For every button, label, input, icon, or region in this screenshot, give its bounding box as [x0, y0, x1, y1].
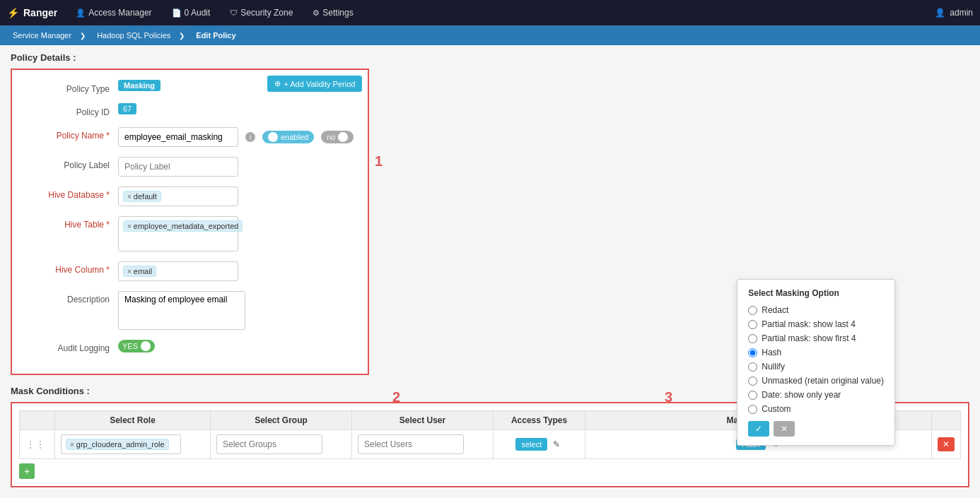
hive-table-label: Hive Table *: [26, 216, 118, 230]
radio-partial-last4-input[interactable]: [748, 320, 757, 329]
select-user-header: Select User: [352, 411, 494, 430]
radio-hash: Hash: [748, 348, 884, 357]
access-manager-icon: 👤: [76, 8, 86, 18]
column-tag-remove[interactable]: ×: [127, 268, 132, 275]
enabled-toggle[interactable]: enabled: [262, 131, 314, 143]
masking-dropdown: Select Masking Option Redact Partial mas…: [737, 279, 895, 446]
settings-icon: ⚙: [313, 8, 320, 18]
nav-settings[interactable]: ⚙ Settings: [304, 0, 361, 25]
ranger-logo-icon: ⚡: [7, 7, 19, 18]
radio-partial-last4: Partial mask: show last 4: [748, 319, 884, 329]
access-type-cell: select ✎: [494, 430, 585, 459]
section-2-label: 2: [392, 389, 400, 405]
audit-toggle-dot: [141, 341, 151, 351]
admin-area: 👤 admin: [935, 8, 973, 18]
audit-yes-toggle[interactable]: YES: [118, 340, 155, 352]
policy-id-badge: 67: [118, 103, 136, 114]
user-cell: [352, 430, 494, 459]
add-validity-button[interactable]: ⊕ + Add Validity Period: [267, 76, 362, 92]
db-tag: × default: [123, 191, 161, 202]
breadcrumb: Service Manager Hadoop SQL Policies Edit…: [0, 25, 980, 45]
policy-name-controls: i enabled no: [118, 127, 354, 147]
toggle-dot: [268, 132, 278, 142]
radio-partial-first4: Partial mask: show first 4: [748, 333, 884, 343]
policy-label-input[interactable]: [118, 157, 238, 177]
role-cell: × grp_cloudera_admin_role: [55, 430, 211, 459]
masking-badge: Masking: [118, 80, 161, 91]
info-icon[interactable]: i: [245, 132, 255, 142]
delete-row-button[interactable]: ✕: [938, 437, 955, 451]
access-select-button[interactable]: select: [515, 438, 547, 451]
add-row-button[interactable]: +: [19, 463, 35, 479]
delete-cell: ✕: [932, 430, 961, 459]
table-tag-remove[interactable]: ×: [127, 223, 132, 230]
radio-date-year: Date: show only year: [748, 390, 884, 400]
nav-audit[interactable]: 📄 0 Audit: [163, 0, 219, 25]
description-row: Description Masking of employee email: [26, 291, 354, 330]
role-input[interactable]: × grp_cloudera_admin_role: [61, 434, 181, 454]
policy-name-input[interactable]: [118, 127, 238, 147]
no-toggle[interactable]: no: [321, 131, 354, 143]
audit-logging-label: Audit Logging: [26, 340, 118, 353]
hive-database-input[interactable]: × default: [118, 186, 238, 206]
radio-partial-first4-input[interactable]: [748, 334, 757, 343]
select-role-header: Select Role: [55, 411, 211, 430]
radio-redact-input[interactable]: [748, 306, 757, 315]
db-tag-remove[interactable]: ×: [127, 193, 132, 201]
access-edit-button[interactable]: ✎: [550, 438, 563, 451]
plus-icon: ⊕: [274, 79, 281, 88]
audit-logging-row: Audit Logging YES: [26, 340, 354, 353]
admin-user-icon: 👤: [935, 8, 945, 18]
group-input[interactable]: [216, 434, 322, 454]
access-types-header: Access Types: [494, 411, 585, 430]
policy-label-label: Policy Label: [26, 157, 118, 170]
hive-table-row: Hive Table * × employee_metadata_exporte…: [26, 216, 354, 251]
policy-type-label: Policy Type: [26, 81, 118, 94]
radio-hash-input[interactable]: [748, 348, 757, 357]
top-navigation: ⚡ Ranger 👤 Access Manager 📄 0 Audit 🛡 Se…: [0, 0, 980, 25]
hive-column-input[interactable]: × email: [118, 261, 238, 281]
hive-db-label: Hive Database *: [26, 186, 118, 200]
policy-label-row: Policy Label: [26, 157, 354, 177]
breadcrumb-edit-policy[interactable]: Edit Policy: [190, 31, 241, 40]
audit-icon: 📄: [172, 8, 182, 18]
select-group-header: Select Group: [211, 411, 352, 430]
nav-security-zone[interactable]: 🛡 Security Zone: [221, 0, 301, 25]
audit-toggle: YES: [118, 340, 155, 352]
page-title: Policy Details :: [11, 52, 969, 63]
radio-nullify: Nullify: [748, 362, 884, 372]
table-tag: × employee_metadata_exported: [123, 220, 243, 232]
drag-handle-icon[interactable]: ⋮⋮: [25, 439, 49, 450]
role-tag-remove[interactable]: ×: [70, 441, 74, 449]
column-tag: × email: [123, 266, 156, 277]
masking-cancel-button[interactable]: ✕: [774, 421, 795, 437]
masking-dropdown-title: Select Masking Option: [748, 288, 884, 298]
role-tag: × grp_cloudera_admin_role: [66, 439, 169, 450]
radio-redact: Redact: [748, 305, 884, 315]
radio-custom-input[interactable]: [748, 405, 757, 414]
policy-id-label: Policy ID: [26, 104, 118, 117]
user-input[interactable]: [358, 434, 464, 454]
policy-id-row: Policy ID 67: [26, 104, 354, 117]
masking-confirm-button[interactable]: ✓: [748, 421, 769, 437]
action-col-header: [932, 411, 961, 430]
section-3-label: 3: [665, 389, 672, 405]
group-cell: [211, 430, 352, 459]
policy-details-card: ⊕ + Add Validity Period Policy Type Mask…: [11, 69, 369, 375]
radio-unmasked-input[interactable]: [748, 377, 757, 386]
policy-type-value: Masking: [118, 81, 161, 90]
description-input[interactable]: Masking of employee email: [118, 291, 245, 330]
breadcrumb-service-manager[interactable]: Service Manager: [7, 31, 91, 40]
nav-access-manager[interactable]: 👤 Access Manager: [67, 0, 160, 25]
policy-name-label: Policy Name *: [26, 127, 118, 141]
nav-left: ⚡ Ranger 👤 Access Manager 📄 0 Audit 🛡 Se…: [7, 0, 362, 25]
radio-nullify-input[interactable]: [748, 362, 757, 372]
radio-date-year-input[interactable]: [748, 391, 757, 400]
hive-database-row: Hive Database * × default: [26, 186, 354, 206]
brand-name: Ranger: [23, 7, 57, 18]
drag-handle-cell: ⋮⋮: [20, 430, 55, 459]
brand-logo[interactable]: ⚡ Ranger: [7, 7, 57, 18]
hive-table-input[interactable]: × employee_metadata_exported: [118, 216, 238, 251]
breadcrumb-hadoop-sql[interactable]: Hadoop SQL Policies: [91, 31, 190, 40]
policy-name-row: Policy Name * i enabled no: [26, 127, 354, 147]
